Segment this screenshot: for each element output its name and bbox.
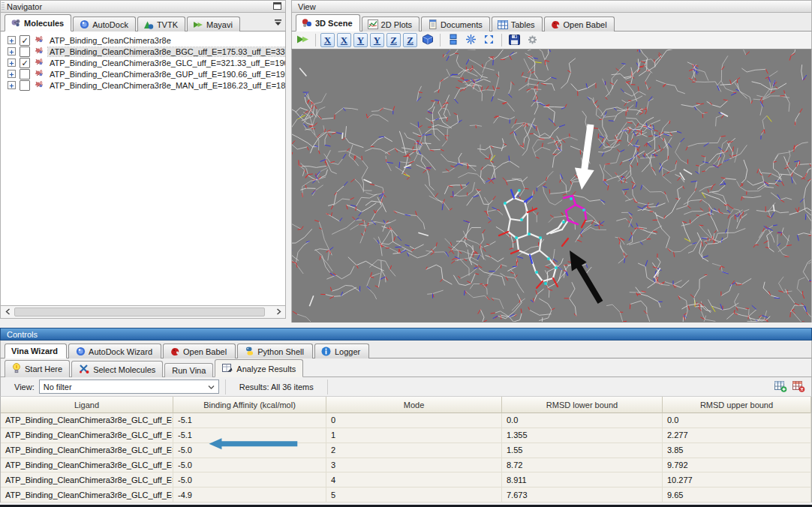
axis-view-button[interactable]: Y bbox=[353, 33, 368, 47]
controls-tab[interactable]: Vina Wizard bbox=[5, 344, 67, 358]
filter-dropdown[interactable]: No filter bbox=[39, 380, 219, 394]
result-row[interactable]: ATP_Binding_CleanChimera3r8e_GLC_uff_E=3… bbox=[1, 472, 811, 488]
view-tabstrip: 3D Scene 2D Plots Documents Tables Open … bbox=[291, 13, 812, 32]
mayavi-icon bbox=[193, 20, 203, 29]
axis-view-button[interactable]: Z bbox=[403, 33, 417, 47]
horizontal-scrollbar[interactable] bbox=[0, 305, 286, 319]
table-action-button[interactable] bbox=[792, 380, 805, 393]
scene-settings-button[interactable] bbox=[525, 33, 540, 48]
expand-plus-icon[interactable] bbox=[8, 70, 16, 78]
expand-plus-icon[interactable] bbox=[8, 47, 16, 56]
split-view-button[interactable] bbox=[445, 33, 461, 48]
result-row[interactable]: ATP_Binding_CleanChimera3r8e_GLC_uff_E=3… bbox=[1, 428, 811, 443]
axis-view-button[interactable]: X bbox=[337, 33, 351, 47]
view-tab[interactable]: Tables bbox=[492, 16, 543, 32]
toolbar-separator bbox=[315, 34, 316, 46]
table-action-button[interactable] bbox=[774, 380, 787, 393]
scroll-left-button[interactable] bbox=[2, 307, 14, 317]
controls-tab[interactable]: AutoDock Wizard bbox=[68, 344, 161, 358]
molecule-tree-item[interactable]: ATP_Binding_CleanChimera3r8e_BGC_uff_E=1… bbox=[1, 46, 285, 57]
molecule-visibility-checkbox[interactable] bbox=[20, 58, 30, 68]
molecule-tree-item[interactable]: ATP_Binding_CleanChimera3r8e_MAN_uff_E=1… bbox=[1, 80, 285, 91]
expand-plus-icon[interactable] bbox=[8, 81, 16, 89]
fullscreen-button[interactable] bbox=[481, 33, 497, 48]
wizard-subtab[interactable]: Analyze Results bbox=[215, 359, 303, 377]
axis-view-button[interactable]: Y bbox=[370, 33, 384, 47]
axis-view-button[interactable]: Z bbox=[386, 33, 401, 47]
molecule-visibility-checkbox[interactable] bbox=[20, 69, 30, 80]
mayavi-logo-icon[interactable] bbox=[295, 33, 311, 48]
molecules-icon bbox=[11, 18, 21, 28]
wizard-subtab[interactable]: Run Vina bbox=[164, 363, 213, 377]
cell-affinity: -5.0 bbox=[173, 443, 326, 458]
filter-label: View: bbox=[14, 382, 35, 392]
column-header[interactable]: Mode bbox=[326, 397, 502, 413]
result-row[interactable]: ATP_Binding_CleanChimera3r8e_GLC_uff_E=3… bbox=[1, 488, 811, 502]
3d-scene-viewport[interactable] bbox=[291, 50, 812, 322]
molecule-visibility-checkbox[interactable] bbox=[20, 80, 30, 91]
navigator-panel: Navigator Molecules AutoDock TVTK Mayavi bbox=[0, 0, 286, 322]
navigator-tab[interactable]: AutoDock bbox=[73, 16, 136, 32]
scroll-right-button[interactable] bbox=[272, 307, 284, 317]
molecule-name: ATP_Binding_CleanChimera3r8e_MAN_uff_E=1… bbox=[48, 81, 286, 90]
center-view-button[interactable] bbox=[463, 33, 479, 48]
toolbar-separator bbox=[440, 34, 441, 46]
controls-tab[interactable]: Python Shell bbox=[237, 344, 313, 358]
expand-plus-icon[interactable] bbox=[8, 36, 16, 44]
float-window-button[interactable] bbox=[272, 2, 281, 10]
column-header[interactable]: Ligand bbox=[1, 397, 173, 413]
molecule-tree-item[interactable]: ATP_Binding_CleanChimera3r8e_GLC_uff_E=3… bbox=[1, 57, 285, 68]
column-header[interactable]: Binding Affinity (kcal/mol) bbox=[173, 397, 326, 413]
results-table-header: Ligand Binding Affinity (kcal/mol) Mode … bbox=[1, 397, 811, 413]
axis-view-button[interactable]: X bbox=[320, 33, 335, 47]
cell-mode: 5 bbox=[326, 488, 502, 502]
protein-wireframe-canvas[interactable] bbox=[292, 50, 811, 322]
tab-label: Tables bbox=[511, 20, 535, 29]
molecule-tree-item[interactable]: ATP_Binding_CleanChimera3r8e bbox=[1, 34, 285, 46]
result-row[interactable]: ATP_Binding_CleanChimera3r8e_GLC_uff_E=3… bbox=[1, 413, 811, 428]
tab-label: Open Babel bbox=[564, 20, 607, 29]
tab-label: AutoDock bbox=[92, 20, 128, 29]
tab-label: 2D Plots bbox=[381, 20, 413, 29]
documents-icon bbox=[427, 20, 438, 29]
filter-row: View: No filter Results: All 36 items bbox=[0, 377, 812, 397]
expander-plus-icon bbox=[9, 81, 14, 90]
view-tab[interactable]: Documents bbox=[421, 16, 490, 32]
cell-affinity: -5.1 bbox=[173, 428, 326, 442]
cell-rmsd-upper: 9.792 bbox=[663, 458, 811, 472]
expand-plus-icon[interactable] bbox=[8, 58, 16, 67]
result-row[interactable]: ATP_Binding_CleanChimera3r8e_GLC_uff_E=3… bbox=[1, 443, 811, 458]
molecule-visibility-checkbox[interactable] bbox=[20, 35, 30, 46]
controls-tab[interactable]: Logger bbox=[314, 344, 369, 358]
tab-overflow-icon bbox=[274, 19, 282, 28]
mayavi-logo-icon bbox=[296, 34, 309, 46]
cell-ligand: ATP_Binding_CleanChimera3r8e_GLC_uff_E=3 bbox=[1, 428, 173, 442]
cell-rmsd-upper: 2.277 bbox=[663, 428, 811, 442]
result-row[interactable]: ATP_Binding_CleanChimera3r8e_GLC_uff_E=3… bbox=[1, 458, 811, 473]
molecule-tree-item[interactable]: ATP_Binding_CleanChimera3r8e_GUP_uff_E=1… bbox=[1, 68, 285, 80]
wizard-subtab[interactable]: Select Molecules bbox=[71, 361, 163, 377]
column-header[interactable]: RMSD upper bound bbox=[663, 397, 811, 413]
view-tab[interactable]: 3D Scene bbox=[296, 14, 360, 32]
navigator-tab[interactable]: TVTK bbox=[137, 16, 185, 32]
navigator-tab[interactable]: Molecules bbox=[5, 14, 71, 32]
view-tab[interactable]: 2D Plots bbox=[362, 16, 420, 32]
wizard-subtab[interactable]: Start Here bbox=[5, 360, 70, 377]
panel-gap bbox=[0, 322, 812, 328]
column-header[interactable]: RMSD lower bound bbox=[502, 397, 663, 413]
molecule-name: ATP_Binding_CleanChimera3r8e bbox=[48, 36, 173, 45]
save-scene-button[interactable] bbox=[507, 33, 522, 48]
cell-rmsd-lower: 7.673 bbox=[502, 488, 663, 502]
table-actions bbox=[774, 380, 811, 393]
controls-tab[interactable]: Open Babel bbox=[163, 344, 236, 358]
tvtk-icon bbox=[143, 20, 154, 29]
cell-rmsd-upper: 10.277 bbox=[663, 472, 811, 487]
scrollbar-thumb[interactable] bbox=[14, 308, 265, 316]
tab-overflow-button[interactable] bbox=[274, 19, 282, 28]
isometric-view-button[interactable] bbox=[420, 33, 435, 48]
panel-splitter[interactable] bbox=[286, 0, 291, 322]
molecule-visibility-checkbox[interactable] bbox=[20, 46, 30, 57]
navigator-tab[interactable]: Mayavi bbox=[187, 16, 240, 32]
view-tab[interactable]: Open Babel bbox=[544, 16, 615, 32]
molecule-name: ATP_Binding_CleanChimera3r8e_BGC_uff_E=1… bbox=[48, 47, 286, 56]
